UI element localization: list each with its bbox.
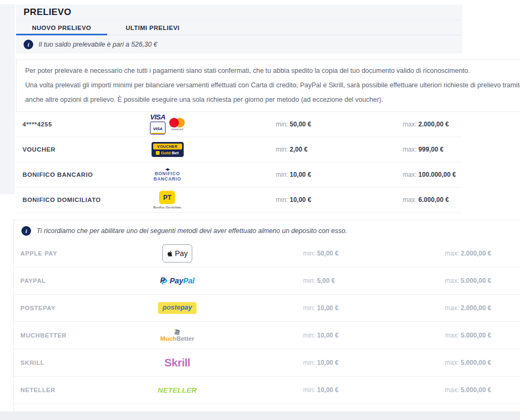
- tab-ultimi-prelievi[interactable]: ULTIMI PRELIEVI: [107, 20, 198, 35]
- pt-caption: Bonifico Domiciliato: [153, 206, 181, 209]
- method-name: 4****4255: [16, 121, 131, 128]
- info-icon: i: [21, 226, 31, 236]
- conditions-paragraph-2: Una volta prelevati gli importi minimi p…: [25, 81, 520, 89]
- mastercard-wordmark: mastercard: [171, 128, 183, 131]
- pending-methods-table: APPLE PAY Pay min: 50,00 € max: 2.000,00…: [14, 240, 520, 420]
- goldbet-square-icon: [156, 151, 160, 155]
- table-row-card[interactable]: 4****4255 VISA VISA mastercard min: 50,0…: [16, 112, 462, 137]
- min-amount: min: 10,00 €: [212, 304, 366, 312]
- method-name: BONIFICO DOMICILIATO: [16, 197, 131, 203]
- apple-pay-logo-icon: Pay: [162, 244, 192, 262]
- apple-pay-wordmark: Pay: [175, 249, 187, 258]
- visa-wordmark: VISA: [150, 114, 165, 121]
- max-amount: max: 100.000,00 €: [333, 171, 462, 178]
- min-amount: min: 10,00 €: [212, 332, 366, 339]
- bonifico-line2: BANCARIO: [154, 177, 181, 182]
- tab-bar: NUOVO PRELIEVO ULTIMI PRELIEVI: [16, 20, 462, 35]
- max-amount: max: 5.000,00 €: [366, 386, 520, 394]
- muchbetter-logo-icon: B MuchBetter: [160, 328, 194, 342]
- voucher-band-text: VOUCHER: [153, 144, 182, 149]
- table-row-bonifico-domiciliato[interactable]: BONIFICO DOMICILIATO PT Bonifico Domicil…: [16, 188, 462, 213]
- table-row-muchbetter: MUCHBETTER B MuchBetter min: 10,00 € max…: [14, 322, 520, 349]
- max-amount: max: 5.000,00 €: [366, 359, 520, 366]
- bonifico-bancario-logo-icon: ◀▶ BONIFICO BANCARIO: [154, 168, 181, 182]
- pt-bonifico-domiciliato-logo-icon: PT Bonifico Domiciliato: [153, 191, 181, 209]
- page-title: PRELIEVO: [24, 7, 455, 18]
- table-row-skrill: SKRILL Skrill min: 10,00 € max: 5.000,00…: [14, 349, 520, 377]
- info-icon: i: [24, 40, 33, 49]
- muchbetter-b-icon: B: [174, 328, 180, 335]
- goldbet-bet-text: Bet: [172, 151, 179, 155]
- table-row-bonifico-bancario[interactable]: BONIFICO BANCARIO ◀▶ BONIFICO BANCARIO m…: [16, 162, 462, 188]
- page-left-gutter: [0, 4, 15, 194]
- postepay-logo-icon: postepay: [158, 302, 197, 314]
- max-amount: max: 999,00 €: [333, 146, 462, 153]
- tab-nuovo-prelievo[interactable]: NUOVO PRELIEVO: [16, 20, 107, 35]
- pt-badge: PT: [159, 191, 175, 204]
- max-amount: max: 2.000,00 €: [366, 304, 520, 312]
- method-name: APPLE PAY: [14, 250, 142, 257]
- visa-debit-wordmark: VISA: [153, 126, 162, 131]
- skrill-logo-icon: Skrill: [164, 356, 190, 369]
- method-name: BONIFICO BANCARIO: [16, 171, 131, 178]
- max-amount: max: 2.000,00 €: [366, 250, 520, 257]
- max-amount: max: 6.000,00 €: [333, 196, 462, 204]
- goldbet-gold-text: Gold: [161, 151, 170, 155]
- paypal-logo-icon: PP PayPal: [160, 276, 194, 286]
- page-bottom-strip: [0, 411, 520, 420]
- pending-methods-section: i Ti ricordiamo che per abilitare uno de…: [13, 220, 520, 420]
- method-name: POSTEPAY: [14, 305, 142, 311]
- conditions-paragraph-1: Per poter prelevare è necessario che tut…: [25, 67, 520, 75]
- table-row-apple-pay: APPLE PAY Pay min: 50,00 € max: 2.000,00…: [14, 240, 520, 267]
- apple-logo-icon: [167, 250, 174, 258]
- active-methods-table: 4****4255 VISA VISA mastercard min: 50,0…: [16, 112, 462, 213]
- conditions-paragraph-2-cont: anche altre opzioni di prelievo. È possi…: [25, 96, 520, 104]
- min-amount: min: 50,00 €: [212, 250, 366, 257]
- min-amount: min: 10,00 €: [212, 359, 366, 366]
- deposit-required-text: Ti ricordiamo che per abilitare uno dei …: [36, 227, 347, 235]
- table-row-voucher[interactable]: VOUCHER VOUCHER GoldBet min: 2,00 € max:…: [16, 137, 462, 162]
- method-name: MUCHBETTER: [14, 332, 142, 339]
- method-name: NETELLER: [14, 387, 142, 393]
- withdrawal-header-section: PRELIEVO NUOVO PRELIEVO ULTIMI PRELIEVI …: [16, 4, 462, 54]
- min-amount: min: 5,00 €: [212, 277, 366, 284]
- method-name: SKRILL: [14, 359, 142, 366]
- deposit-required-notice: i Ti ricordiamo che per abilitare uno de…: [14, 220, 520, 240]
- max-amount: max: 2.000,00 €: [333, 121, 462, 128]
- table-row-postepay: POSTEPAY postepay min: 10,00 € max: 2.00…: [14, 295, 520, 322]
- max-amount: max: 5.000,00 €: [366, 277, 520, 284]
- visa-mastercard-logo-icon: VISA VISA mastercard: [150, 114, 185, 134]
- min-amount: min: 10,00 €: [204, 196, 333, 204]
- method-name: PAYPAL: [14, 278, 142, 284]
- min-amount: min: 10,00 €: [212, 386, 366, 394]
- mastercard-logo-icon: mastercard: [169, 118, 185, 131]
- balance-notice-text: Il tuo saldo prelevabile è pari a 526,30…: [39, 41, 157, 48]
- balance-notice: i Il tuo saldo prelevabile è pari a 526,…: [16, 35, 462, 54]
- table-row-paypal: PAYPAL PP PayPal min: 5,00 € max: 5.000,…: [14, 267, 520, 295]
- method-name: VOUCHER: [16, 146, 131, 153]
- table-row-neteller: NETELLER NETELLER min: 10,00 € max: 5.00…: [14, 377, 520, 404]
- min-amount: min: 2,00 €: [204, 146, 333, 153]
- neteller-logo-icon: NETELLER: [158, 386, 197, 394]
- withdrawal-conditions-box: Per poter prelevare è necessario che tut…: [16, 59, 520, 112]
- max-amount: max: 5.000,00 €: [366, 332, 520, 339]
- goldbet-voucher-logo-icon: VOUCHER GoldBet: [152, 142, 184, 157]
- min-amount: min: 50,00 €: [204, 121, 333, 128]
- title-band: PRELIEVO: [16, 4, 462, 20]
- min-amount: min: 10,00 €: [204, 171, 333, 178]
